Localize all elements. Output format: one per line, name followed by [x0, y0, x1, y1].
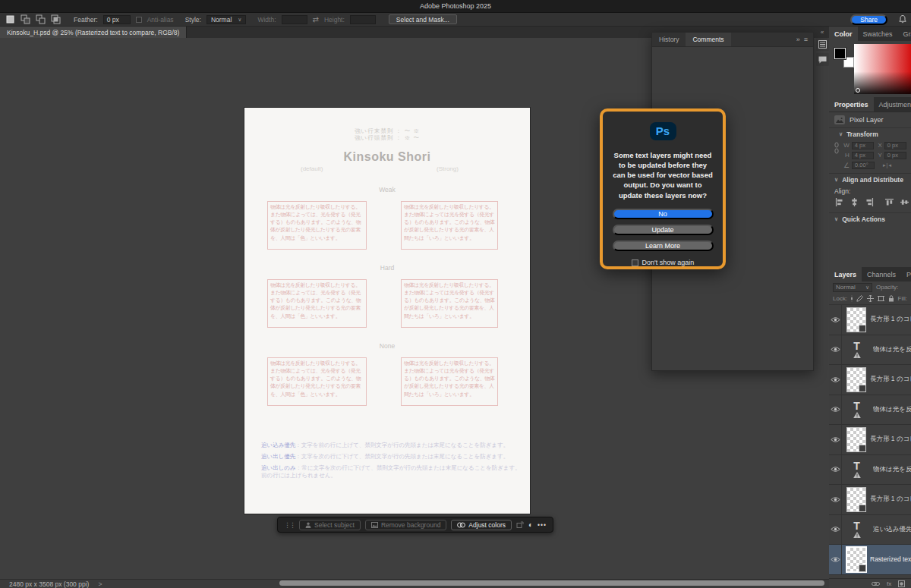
adjust-colors-button[interactable]: Adjust colors [451, 520, 512, 530]
text-layer-thumbnail[interactable]: T [844, 521, 869, 538]
align-left-icon[interactable] [835, 198, 843, 206]
rotate-angle-input[interactable]: 0.00° [852, 162, 875, 169]
width-input[interactable] [282, 15, 307, 24]
flip-icons[interactable]: ▸|◂ [883, 162, 892, 168]
layer-visibility-eye-icon[interactable] [829, 545, 842, 574]
layer-effects-icon[interactable]: fx [887, 580, 891, 587]
subtract-from-selection-icon[interactable] [35, 14, 46, 25]
lock-position-icon[interactable] [867, 295, 874, 302]
layer-visibility-eye-icon[interactable] [829, 455, 842, 485]
foreground-color-swatch[interactable] [834, 48, 846, 59]
horizontal-scrollbar[interactable] [279, 580, 824, 586]
style-dropdown[interactable]: Normal ∨ [206, 15, 247, 24]
align-middle-vertical-icon[interactable] [900, 198, 909, 206]
layer-row[interactable]: 長方形 1 のコピー... [829, 485, 911, 515]
height-input[interactable] [350, 15, 376, 24]
anti-alias-checkbox[interactable] [136, 17, 142, 23]
tab-gradients[interactable]: Gradients [898, 27, 911, 41]
layer-visibility-eye-icon[interactable] [829, 305, 842, 335]
blend-mode-dropdown[interactable]: Normal ∨ [833, 283, 872, 292]
new-selection-icon[interactable] [5, 14, 15, 25]
align-section-header[interactable]: ∨ Align and Distribute [829, 174, 911, 186]
layer-row[interactable]: T追い込み優先：... [829, 515, 911, 546]
intersect-selection-icon[interactable] [50, 14, 61, 25]
layer-thumbnail[interactable] [846, 367, 866, 392]
layer-thumbnail[interactable] [846, 307, 866, 332]
quick-actions-header[interactable]: ∨ Quick Actions [829, 213, 911, 225]
layer-thumbnail[interactable] [846, 487, 866, 512]
layer-visibility-eye-icon[interactable] [829, 425, 842, 454]
text-layer-thumbnail[interactable]: T [844, 401, 869, 418]
align-top-icon[interactable] [885, 198, 894, 206]
select-subject-button[interactable]: Select subject [299, 520, 361, 530]
tab-history[interactable]: History [652, 33, 686, 46]
collapse-panels-icon[interactable]: « [821, 29, 824, 36]
link-dimensions-icon[interactable] [834, 142, 839, 154]
transform-section-header[interactable]: ∨ Transform [834, 128, 906, 140]
add-to-selection-icon[interactable] [20, 14, 30, 25]
lock-image-pixels-icon[interactable] [856, 295, 863, 302]
select-and-mask-button[interactable]: Select and Mask... [389, 14, 457, 24]
status-chevron-icon[interactable]: > [98, 580, 102, 588]
expand-panel-icon[interactable]: » [796, 36, 800, 43]
color-picker-field[interactable] [854, 44, 911, 94]
panel-menu-icon[interactable]: ≡ [804, 36, 808, 43]
transform-y-input[interactable]: 0 px [884, 152, 906, 159]
document-tab[interactable]: Kinsoku_H.psd @ 25% (Rasterized text to … [0, 27, 187, 38]
share-button[interactable]: Share [850, 14, 887, 25]
layer-mask-icon[interactable] [898, 580, 905, 587]
no-button[interactable]: No [613, 209, 714, 219]
lock-artboard-icon[interactable] [878, 295, 884, 302]
layer-visibility-eye-icon[interactable] [829, 485, 842, 514]
layer-row[interactable]: Rasterized text to [829, 545, 911, 575]
align-right-icon[interactable] [865, 198, 874, 206]
tab-color[interactable]: Color [829, 27, 858, 41]
transform-width-input[interactable]: 4 px [852, 142, 874, 149]
lock-all-icon[interactable] [888, 295, 894, 302]
adjustment-icon[interactable]: ◐ [528, 520, 533, 529]
more-options-icon[interactable]: ••• [537, 521, 547, 529]
layer-row[interactable]: 長方形 1 のコピー... [829, 365, 911, 395]
tab-properties[interactable]: Properties [829, 97, 874, 112]
tab-swatches[interactable]: Swatches [858, 27, 898, 41]
layer-thumbnail[interactable] [846, 547, 866, 572]
text-layer-thumbnail[interactable]: T [844, 341, 869, 358]
update-button[interactable]: Update [613, 225, 714, 235]
swap-width-height-icon[interactable]: ⇄ [313, 15, 319, 24]
layer-row[interactable]: T物体は光を反射し... [829, 335, 911, 366]
layer-name: 追い込み優先：... [873, 525, 911, 534]
tab-layers[interactable]: Layers [829, 267, 862, 281]
lock-transparent-pixels-icon[interactable] [851, 295, 852, 302]
remove-background-button[interactable]: Remove background [365, 520, 446, 530]
document-canvas[interactable]: 強い行末禁則 ： 〜 ※ 強い行頭禁則 ： ※ 〜 Kinsoku Shori … [244, 108, 530, 514]
layer-visibility-eye-icon[interactable] [829, 365, 842, 395]
column-label-right: (Strong) [437, 165, 459, 172]
link-layers-icon[interactable] [872, 581, 880, 586]
history-panel-icon[interactable] [816, 38, 829, 51]
dont-show-again-checkbox[interactable] [632, 259, 638, 266]
transform-height-input[interactable]: 4 px [852, 152, 874, 159]
layer-row[interactable]: 長方形 1 のコピー 2 [829, 305, 911, 335]
tab-channels[interactable]: Channels [862, 267, 901, 281]
transform-icon[interactable] [516, 521, 524, 529]
bell-icon[interactable] [899, 15, 906, 24]
layer-row[interactable]: T物体は光を反射し... [829, 395, 911, 426]
layer-visibility-eye-icon[interactable] [829, 395, 842, 425]
tab-paths[interactable]: Paths [901, 267, 911, 281]
tab-adjustments[interactable]: Adjustments [874, 97, 911, 112]
transform-x-input[interactable]: 0 px [884, 142, 906, 149]
layer-visibility-eye-icon[interactable] [829, 335, 842, 365]
learn-more-button[interactable]: Learn More [613, 241, 714, 251]
feather-input[interactable]: 0 px [103, 15, 131, 24]
color-picker-cursor[interactable] [856, 88, 860, 93]
layer-thumbnail[interactable] [846, 427, 866, 452]
comments-panel-icon[interactable] [816, 53, 829, 66]
layer-visibility-eye-icon[interactable] [829, 515, 842, 545]
drag-handle-icon[interactable]: ⋮⋮ [284, 521, 295, 529]
text-layer-thumbnail[interactable]: T [844, 461, 869, 478]
layer-row[interactable]: 長方形 1 のコピー... [829, 425, 911, 455]
foreground-background-swatches[interactable] [834, 48, 854, 68]
tab-comments[interactable]: Comments [686, 33, 730, 46]
layer-row[interactable]: T物体は光を反射し... [829, 455, 911, 486]
align-center-horizontal-icon[interactable] [850, 198, 859, 206]
